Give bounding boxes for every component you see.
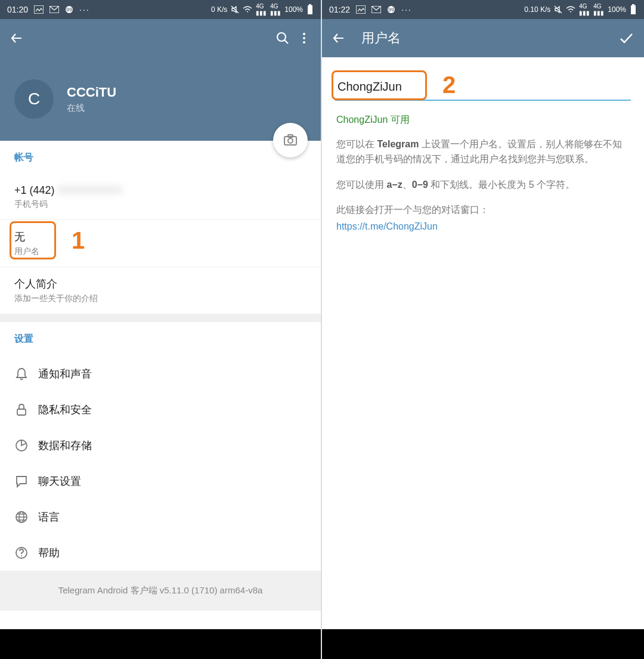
svg-rect-24 (632, 4, 634, 5)
svg-text:99: 99 (388, 7, 394, 13)
data-row[interactable]: 数据和存储 (0, 428, 321, 463)
svg-point-7 (303, 33, 305, 35)
notifications-label: 通知和声音 (38, 367, 92, 381)
signal2-icon: 4G▮▮▮ (593, 3, 604, 16)
header: 用户名 (322, 19, 644, 57)
availability-text: ChongZiJun 可用 (336, 114, 630, 126)
header-title: 用户名 (361, 29, 611, 47)
svg-rect-23 (631, 5, 636, 14)
mail-icon (49, 6, 59, 13)
wifi-icon (243, 6, 252, 13)
bell-icon (14, 367, 38, 381)
battery-icon (306, 4, 314, 15)
header (0, 19, 321, 57)
username-input[interactable] (335, 74, 631, 101)
status-bar: 01:22 99 ··· 0.10 K/s 4G▮▮▮ 4G▮▮▮ 100% (322, 0, 644, 19)
signal1-icon: 4G▮▮▮ (579, 3, 590, 16)
svg-text:99: 99 (66, 7, 72, 13)
profile-link[interactable]: https://t.me/ChongZiJun (336, 221, 630, 232)
wifi-icon (566, 6, 575, 13)
more-menu-button[interactable] (297, 31, 311, 45)
description-2: 您可以使用 a−z、0−9 和下划线。最小长度为 5 个字符。 (336, 178, 630, 193)
data-label: 数据和存储 (38, 438, 92, 453)
bio-label: 添加一些关于你的介绍 (14, 293, 306, 304)
bio-row[interactable]: 个人简介 添加一些关于你的介绍 (0, 267, 321, 314)
battery-text: 100% (284, 5, 303, 14)
status-more-icon: ··· (401, 5, 412, 14)
mute-icon (554, 5, 562, 14)
pie-icon (14, 438, 38, 453)
svg-rect-13 (17, 409, 26, 415)
status-time: 01:20 (7, 5, 28, 14)
svg-point-18 (21, 555, 22, 556)
network-speed: 0 K/s (211, 5, 227, 14)
profile-status: 在线 (67, 103, 116, 114)
back-button[interactable] (10, 31, 27, 45)
privacy-row[interactable]: 隐私和安全 (0, 392, 321, 428)
chat-label: 聊天设置 (38, 474, 81, 488)
globe-icon (14, 510, 38, 524)
confirm-button[interactable] (618, 30, 634, 47)
account-section: 帐号 (0, 141, 321, 175)
gallery-icon (356, 5, 366, 14)
chat-icon (14, 474, 38, 488)
svg-point-6 (277, 33, 286, 41)
camera-button[interactable] (273, 123, 308, 157)
phone-label: 手机号码 (14, 199, 306, 210)
status-time: 01:22 (329, 5, 350, 14)
username-edit-screen: 01:22 99 ··· 0.10 K/s 4G▮▮▮ 4G▮▮▮ 100% 用… (322, 0, 644, 659)
settings-section: 设置 (0, 322, 321, 356)
username-input-wrap: 2 (335, 74, 631, 101)
hangouts-icon: 99 (387, 5, 395, 14)
chat-row[interactable]: 聊天设置 (0, 463, 321, 499)
phone-row[interactable]: +1 (442) XXXXXXXXX 手机号码 (0, 175, 321, 220)
bio-value: 个人简介 (14, 277, 306, 291)
profile-settings-screen: 01:20 99 ··· 0 K/s 4G▮▮▮ 4G▮▮▮ 100% C (0, 0, 322, 659)
signal1-icon: 4G▮▮▮ (256, 3, 267, 16)
help-label: 帮助 (38, 546, 60, 560)
android-nav-bar (0, 629, 321, 659)
search-button[interactable] (275, 31, 290, 45)
avatar[interactable]: C (14, 79, 54, 119)
language-label: 语言 (38, 510, 60, 524)
mute-icon (231, 5, 239, 14)
version-info: Telegram Android 客户端 v5.11.0 (1710) arm6… (0, 571, 321, 611)
privacy-label: 隐私和安全 (38, 403, 92, 417)
section-divider (0, 314, 321, 322)
username-row[interactable]: 无 用户名 1 (0, 220, 321, 267)
status-bar: 01:20 99 ··· 0 K/s 4G▮▮▮ 4G▮▮▮ 100% (0, 0, 321, 19)
profile-header: C CCCiTU 在线 (0, 57, 321, 141)
lock-icon (14, 403, 38, 417)
status-more-icon: ··· (79, 5, 90, 14)
svg-point-8 (303, 37, 305, 39)
username-label: 用户名 (14, 246, 306, 257)
phone-value: +1 (442) XXXXXXXXX (14, 184, 306, 197)
language-row[interactable]: 语言 (0, 499, 321, 535)
mail-icon (371, 6, 381, 13)
description-1: 您可以在 Telegram 上设置一个用户名。设置后，别人将能够在不知道您的手机… (336, 137, 630, 167)
username-value: 无 (14, 230, 306, 244)
svg-rect-5 (309, 4, 311, 5)
account-section-header: 帐号 (14, 151, 306, 164)
description-3: 此链接会打开一个与您的对话窗口： (336, 203, 630, 218)
svg-point-9 (303, 41, 305, 44)
battery-icon (630, 4, 637, 15)
svg-rect-4 (308, 5, 312, 14)
back-button[interactable] (332, 31, 349, 45)
profile-name: CCCiTU (67, 85, 116, 100)
notifications-row[interactable]: 通知和声音 (0, 356, 321, 392)
help-row[interactable]: 帮助 (0, 535, 321, 571)
gallery-icon (34, 5, 44, 14)
help-icon (14, 546, 38, 560)
settings-section-header: 设置 (14, 333, 306, 345)
network-speed: 0.10 K/s (524, 5, 550, 14)
signal2-icon: 4G▮▮▮ (270, 3, 281, 16)
android-nav-bar (322, 629, 644, 659)
svg-point-11 (288, 138, 293, 143)
hangouts-icon: 99 (65, 5, 73, 14)
battery-text: 100% (608, 5, 626, 14)
